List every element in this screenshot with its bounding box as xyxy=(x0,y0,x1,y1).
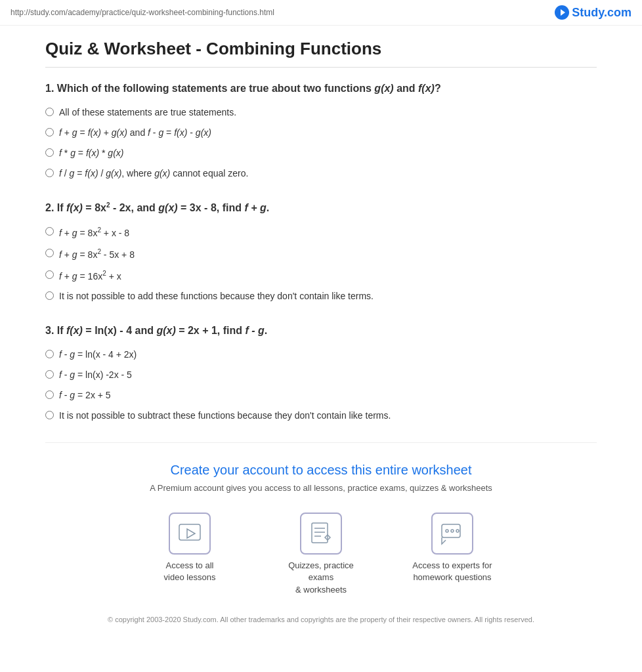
question-3-title: 3. If f(x) = ln(x) - 4 and g(x) = 2x + 1… xyxy=(45,323,597,339)
option-1-2-label: f + g = f(x) + g(x) and f - g = f(x) - g… xyxy=(59,126,211,140)
feature-expert: Access to experts forhomework questions xyxy=(406,513,498,596)
option-2-1[interactable]: f + g = 8x2 + x - 8 xyxy=(45,225,597,240)
chat-icon xyxy=(431,513,473,555)
cta-section: Create your account to access this entir… xyxy=(45,442,597,637)
option-3-2-label: f - g = ln(x) -2x - 5 xyxy=(59,368,132,382)
radio-2-2[interactable] xyxy=(45,249,54,257)
option-2-4-label: It is not possible to add these function… xyxy=(59,289,374,303)
question-3: 3. If f(x) = ln(x) - 4 and g(x) = 2x + 1… xyxy=(45,323,597,423)
question-1: 1. Which of the following statements are… xyxy=(45,81,597,180)
logo-text: Study.com xyxy=(572,6,631,20)
svg-point-8 xyxy=(451,530,454,532)
feature-video: Access to allvideo lessons xyxy=(144,513,236,596)
option-3-4[interactable]: It is not possible to subtract these fun… xyxy=(45,409,597,423)
option-2-3[interactable]: f + g = 16x2 + x xyxy=(45,268,597,284)
feature-video-text: Access to allvideo lessons xyxy=(164,560,216,583)
svg-marker-1 xyxy=(187,529,195,538)
radio-2-3[interactable] xyxy=(45,270,54,279)
question-2-title: 2. If f(x) = 8x2 - 2x, and g(x) = 3x - 8… xyxy=(45,200,597,216)
question-2: 2. If f(x) = 8x2 - 2x, and g(x) = 3x - 8… xyxy=(45,200,597,303)
feature-quiz: Quizzes, practice exams& worksheets xyxy=(275,513,367,596)
quiz-icon xyxy=(300,513,342,555)
option-2-2-label: f + g = 8x2 - 5x + 8 xyxy=(59,247,135,262)
svg-point-9 xyxy=(456,530,459,532)
logo-play-icon xyxy=(555,5,569,20)
question-1-title: 1. Which of the following statements are… xyxy=(45,81,597,96)
radio-2-1[interactable] xyxy=(45,227,54,236)
svg-rect-0 xyxy=(179,524,200,540)
cta-title: Create your account to access this entir… xyxy=(58,463,584,478)
video-icon xyxy=(169,513,211,555)
option-1-4-label: f / g = f(x) / g(x), where g(x) cannot e… xyxy=(59,167,248,180)
option-1-3[interactable]: f * g = f(x) * g(x) xyxy=(45,146,597,160)
radio-3-1[interactable] xyxy=(45,350,54,358)
option-3-4-label: It is not possible to subtract these fun… xyxy=(59,409,391,423)
svg-point-7 xyxy=(446,530,448,532)
radio-2-4[interactable] xyxy=(45,291,54,300)
option-2-4[interactable]: It is not possible to add these function… xyxy=(45,289,597,303)
radio-3-2[interactable] xyxy=(45,370,54,379)
radio-1-1[interactable] xyxy=(45,108,54,116)
radio-1-3[interactable] xyxy=(45,148,54,157)
feature-quiz-text: Quizzes, practice exams& worksheets xyxy=(275,560,367,596)
features-container: Access to allvideo lessons Quizzes, prac… xyxy=(58,513,584,596)
footer-copyright: © copyright 2003-2020 Study.com. All oth… xyxy=(58,616,584,623)
radio-3-4[interactable] xyxy=(45,411,54,419)
option-3-1-label: f - g = ln(x - 4 + 2x) xyxy=(59,348,137,362)
page-title: Quiz & Worksheet - Combining Functions xyxy=(45,39,597,68)
url-bar: http://study.com/academy/practice/quiz-w… xyxy=(11,8,274,17)
option-3-3-label: f - g = 2x + 5 xyxy=(59,388,111,402)
radio-1-2[interactable] xyxy=(45,128,54,136)
option-2-3-label: f + g = 16x2 + x xyxy=(59,268,121,284)
option-2-2[interactable]: f + g = 8x2 - 5x + 8 xyxy=(45,247,597,262)
option-1-3-label: f * g = f(x) * g(x) xyxy=(59,146,123,160)
option-1-1-label: All of these statements are true stateme… xyxy=(59,106,236,119)
top-bar: http://study.com/academy/practice/quiz-w… xyxy=(0,0,642,26)
option-1-2[interactable]: f + g = f(x) + g(x) and f - g = f(x) - g… xyxy=(45,126,597,140)
logo: Study.com xyxy=(555,5,631,20)
option-3-2[interactable]: f - g = ln(x) -2x - 5 xyxy=(45,368,597,382)
svg-rect-2 xyxy=(312,523,328,543)
option-2-1-label: f + g = 8x2 + x - 8 xyxy=(59,225,129,240)
cta-subtitle: A Premium account gives you access to al… xyxy=(58,483,584,493)
option-1-1[interactable]: All of these statements are true stateme… xyxy=(45,106,597,119)
option-3-1[interactable]: f - g = ln(x - 4 + 2x) xyxy=(45,348,597,362)
feature-expert-text: Access to experts forhomework questions xyxy=(412,560,492,583)
radio-1-4[interactable] xyxy=(45,169,54,177)
radio-3-3[interactable] xyxy=(45,390,54,399)
option-3-3[interactable]: f - g = 2x + 5 xyxy=(45,388,597,402)
option-1-4[interactable]: f / g = f(x) / g(x), where g(x) cannot e… xyxy=(45,167,597,180)
